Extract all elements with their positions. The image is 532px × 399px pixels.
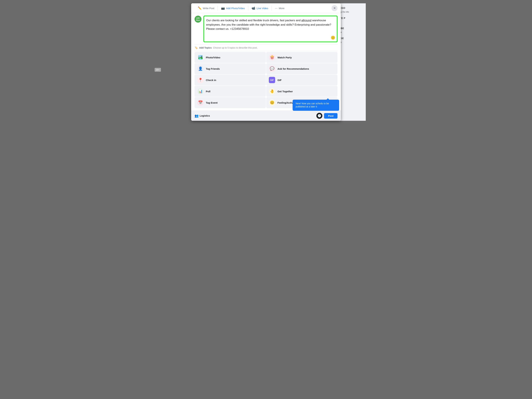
add-photo-icon: 📷 (221, 6, 225, 10)
poll-label: Poll (206, 90, 210, 93)
emoji-button[interactable]: 🙂 (331, 36, 335, 40)
option-check-in[interactable]: 📍Check in (195, 75, 266, 85)
tab-write-post[interactable]: ✏️ Write Post (195, 3, 218, 13)
add-topics-row[interactable]: 🏷️ Add Topics Choose up to 5 topics to d… (195, 44, 337, 51)
option-get-together[interactable]: 🤚Get Together (266, 86, 337, 97)
tooltip-text: New! Now you can schedu to be published … (296, 102, 329, 108)
ask-recommend-label: Ask for Recommendations (278, 67, 309, 70)
create-post-modal: ✏️ Write Post 📷 Add Photo/Video 📹 Live V… (191, 3, 341, 121)
check-in-label: Check in (206, 79, 216, 82)
post-text-content: Our clients are looking for skilled and … (206, 18, 335, 31)
watch-party-label: Watch Party (278, 56, 292, 59)
tag-friends-label: Tag Friends (206, 67, 220, 70)
add-topics-hint: Choose up to 5 topics to describe this p… (213, 46, 258, 49)
post-label: Post (328, 114, 334, 117)
feeling-icon: 😊 (269, 99, 275, 106)
modal-footer: 👥 Logistics 🕐 Post New! Now you can sche… (191, 111, 341, 121)
gif-icon: GIF (269, 77, 275, 83)
add-photo-label: Add Photo/Video (226, 7, 245, 10)
add-topics-icon: 🏷️ (195, 46, 198, 49)
tab-live-video[interactable]: 📹 Live Video (248, 3, 272, 13)
schedule-button[interactable]: 🕐 (316, 113, 322, 119)
badge-20: 20+ (155, 68, 161, 72)
avatar-line2: How (196, 19, 200, 21)
get-together-icon: 🤚 (269, 88, 275, 95)
photo-video-label: Photo/Video (206, 56, 220, 59)
schedule-icon: 🕐 (317, 114, 321, 118)
avatar-line1: wiki (196, 17, 200, 19)
option-watch-party[interactable]: 🍿Watch Party (266, 52, 337, 63)
post-text-area[interactable]: Our clients are looking for skilled and … (203, 16, 337, 42)
gif-label: GIF (278, 79, 282, 82)
get-together-label: Get Together (278, 90, 293, 93)
option-tag-event[interactable]: 📅Tag Event (195, 97, 266, 108)
ask-recommend-icon: 💬 (269, 65, 275, 72)
close-button[interactable]: ✕ (331, 5, 337, 11)
option-poll[interactable]: 📊Poll (195, 86, 266, 97)
more-label: More (279, 7, 285, 10)
live-video-label: Live Video (257, 7, 268, 10)
option-tag-friends[interactable]: 👤Tag Friends (195, 63, 266, 74)
watch-party-icon: 🍿 (269, 54, 275, 61)
poll-icon: 📊 (197, 88, 203, 95)
tag-event-icon: 📅 (197, 99, 203, 106)
option-ask-recommend[interactable]: 💬Ask for Recommendations (266, 63, 337, 74)
modal-overlay: ✏️ Write Post 📷 Add Photo/Video 📹 Live V… (166, 3, 366, 121)
tab-more[interactable]: ··· More (272, 4, 288, 13)
modal-body: wiki How Our clients are looking for ski… (191, 13, 341, 111)
avatar: wiki How (195, 16, 202, 23)
audience-icon: 👥 (195, 114, 199, 118)
allround-word: allround (301, 19, 311, 22)
option-photo-video[interactable]: 🏞️Photo/Video (195, 52, 266, 63)
modal-header: ✏️ Write Post 📷 Add Photo/Video 📹 Live V… (191, 3, 341, 13)
tag-event-label: Tag Event (206, 101, 218, 104)
schedule-tooltip: New! Now you can schedu to be published … (293, 100, 339, 111)
check-in-icon: 📍 (197, 77, 203, 83)
audience-selector[interactable]: 👥 Logistics (195, 114, 210, 118)
option-gif[interactable]: GIFGIF (266, 75, 337, 85)
tab-add-photo[interactable]: 📷 Add Photo/Video (218, 3, 248, 13)
add-topics-label: Add Topics (199, 46, 212, 49)
write-post-icon: ✏️ (198, 6, 202, 10)
write-post-label: Write Post (203, 7, 214, 10)
live-video-icon: 📹 (252, 6, 255, 10)
more-icon: ··· (275, 6, 278, 10)
audience-label: Logistics (200, 114, 210, 117)
user-row: wiki How Our clients are looking for ski… (195, 16, 337, 42)
post-button[interactable]: Post (324, 113, 337, 119)
tag-friends-icon: 👤 (197, 65, 203, 72)
photo-video-icon: 🏞️ (197, 54, 203, 61)
